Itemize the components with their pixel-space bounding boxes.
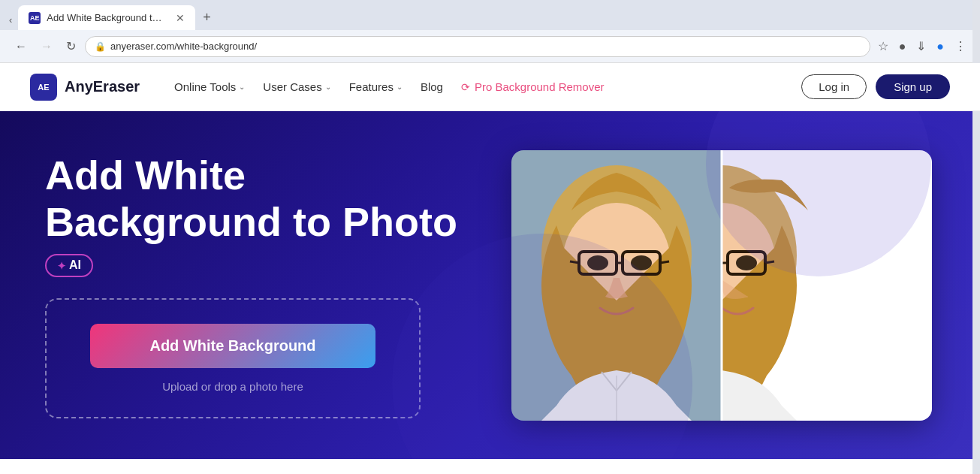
- before-after-container: [511, 150, 932, 421]
- tab-title: Add White Background to Phot…: [47, 12, 167, 23]
- hero-right: [508, 111, 935, 459]
- hero-section: Add White Background to Photo ✦ AI Add W…: [0, 111, 980, 459]
- site-header: AE AnyEraser Online Tools ⌄ User Cases ⌄…: [0, 63, 980, 111]
- ai-badge: ✦ AI: [45, 254, 93, 276]
- svg-point-7: [587, 255, 608, 270]
- browser-toolbar: ← → ↻ 🔒 anyeraser.com/white-background/ …: [0, 30, 980, 63]
- tab-close-icon[interactable]: ✕: [176, 12, 185, 24]
- ai-badge-text: AI: [69, 258, 81, 272]
- forward-button[interactable]: →: [36, 37, 57, 56]
- header-actions: Log in Sign up: [801, 74, 950, 99]
- upload-hint: Upload or drop a photo here: [162, 380, 303, 393]
- before-side: [511, 150, 722, 421]
- download-icon[interactable]: ⇓: [913, 36, 929, 56]
- reload-button[interactable]: ↻: [62, 36, 80, 56]
- features-chevron: ⌄: [397, 83, 403, 91]
- lock-icon: 🔒: [95, 41, 106, 52]
- bookmark-icon[interactable]: ☆: [875, 36, 891, 56]
- nav-blog[interactable]: Blog: [413, 76, 451, 98]
- tab-prev-btn[interactable]: ‹: [6, 14, 15, 26]
- nav-online-tools[interactable]: Online Tools ⌄: [167, 76, 252, 98]
- pro-bg-remover-label: Pro Background Remover: [475, 80, 605, 93]
- browser-chrome: ‹ AE Add White Background to Phot… ✕ +: [0, 0, 980, 30]
- hero-title-line1: Add White: [45, 152, 508, 198]
- ai-badge-icon: ✦: [57, 260, 66, 272]
- woman-before-svg: [511, 150, 722, 421]
- main-nav: Online Tools ⌄ User Cases ⌄ Features ⌄ B…: [167, 76, 774, 98]
- address-bar[interactable]: 🔒 anyeraser.com/white-background/: [85, 36, 870, 57]
- features-label: Features: [349, 80, 394, 93]
- url-text: anyeraser.com/white-background/: [110, 41, 257, 52]
- tab-favicon: AE: [29, 12, 41, 24]
- nav-features[interactable]: Features ⌄: [342, 76, 410, 98]
- woman-after-svg: [722, 150, 932, 421]
- logo-text: AnyEraser: [65, 78, 140, 95]
- pro-icon: ⟳: [461, 81, 470, 93]
- hero-title: Add White Background to Photo ✦ AI: [45, 152, 508, 277]
- after-side: [722, 150, 932, 421]
- hero-title-line2: Background to Photo ✦ AI: [45, 198, 508, 276]
- nav-pro-bg-remover[interactable]: ⟳ Pro Background Remover: [454, 76, 612, 98]
- back-button[interactable]: ←: [11, 37, 32, 56]
- user-cases-chevron: ⌄: [325, 83, 331, 91]
- new-tab-button[interactable]: +: [198, 10, 216, 26]
- divider-line: [720, 150, 722, 421]
- svg-point-8: [631, 255, 652, 270]
- upload-zone[interactable]: Add White Background Upload or drop a ph…: [45, 298, 421, 418]
- hero-left: Add White Background to Photo ✦ AI Add W…: [45, 152, 508, 418]
- menu-icon[interactable]: ⋮: [951, 36, 969, 56]
- svg-point-16: [736, 255, 757, 270]
- online-tools-chevron: ⌄: [239, 83, 245, 91]
- svg-line-15: [765, 261, 774, 263]
- login-button[interactable]: Log in: [801, 74, 867, 99]
- user-cases-label: User Cases: [263, 80, 321, 93]
- extensions-icon[interactable]: ●: [896, 37, 909, 56]
- add-white-bg-button[interactable]: Add White Background: [90, 324, 375, 368]
- logo-icon: AE: [30, 74, 57, 101]
- website: AE AnyEraser Online Tools ⌄ User Cases ⌄…: [0, 63, 980, 459]
- svg-line-6: [660, 261, 669, 263]
- logo[interactable]: AE AnyEraser: [30, 74, 140, 101]
- signup-button[interactable]: Sign up: [876, 74, 950, 99]
- online-tools-label: Online Tools: [174, 80, 236, 93]
- profile-icon[interactable]: ●: [933, 37, 947, 56]
- svg-line-5: [570, 261, 579, 263]
- nav-user-cases[interactable]: User Cases ⌄: [255, 76, 338, 98]
- browser-tab-active[interactable]: AE Add White Background to Phot… ✕: [18, 5, 195, 30]
- blog-label: Blog: [421, 80, 443, 93]
